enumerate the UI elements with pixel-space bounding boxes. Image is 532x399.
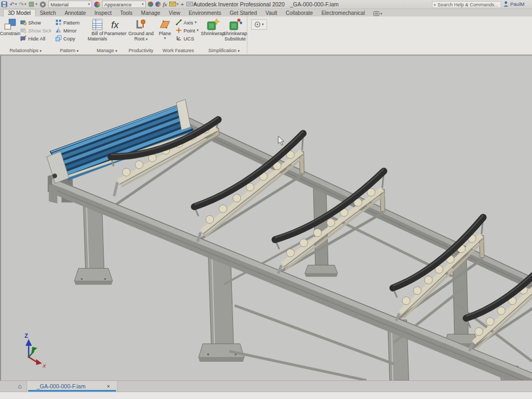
shrinkwrap-substitute-button[interactable]: Shrinkwrap Substitute xyxy=(225,18,246,41)
parameters-quick-button[interactable]: fx xyxy=(163,1,167,8)
document-tab-active[interactable]: _GA-000-000-F.iam × xyxy=(27,381,118,392)
panel-label-productivity[interactable]: Productivity xyxy=(127,48,155,53)
bill-of-materials-icon xyxy=(91,18,104,31)
adjust-appearance-button[interactable] xyxy=(148,1,153,8)
mirror-label: Mirror xyxy=(63,28,77,34)
bill-of-materials-button[interactable]: Bill of Materials xyxy=(88,18,106,41)
tab-inspect[interactable]: Inspect xyxy=(90,10,115,16)
plane-button[interactable]: Plane ▾ xyxy=(156,18,173,40)
show-sick-icon xyxy=(20,27,27,34)
axis-icon xyxy=(176,19,182,26)
pattern-button[interactable]: Pattern xyxy=(55,19,80,26)
plane-icon xyxy=(159,18,171,31)
search-input[interactable]: ▸ Search Help & Commands... xyxy=(432,1,501,8)
point-button[interactable]: Point▾ xyxy=(176,27,198,34)
search-icon: ▸ xyxy=(434,3,436,7)
mailbox-button[interactable]: ▾ xyxy=(169,1,179,8)
appearance-value: Appearance xyxy=(104,2,131,7)
ucs-label: UCS xyxy=(184,36,194,41)
tab-vault[interactable]: Vault xyxy=(261,10,281,16)
tab-collaborate[interactable]: Collaborate xyxy=(281,10,317,16)
ground-and-root-icon xyxy=(135,18,147,31)
panel-label-simplification[interactable]: Simplification ▾ xyxy=(201,48,247,53)
ribbon-box-icon xyxy=(373,11,379,16)
show-button[interactable]: Show xyxy=(20,19,52,26)
undo-button[interactable]: ↶▾ xyxy=(10,1,17,8)
redo-icon: ↷ xyxy=(19,2,24,7)
conveyor-assembly-model: Z X xyxy=(1,56,532,380)
axis-label: Axis xyxy=(184,20,193,26)
appearance-ball-2-icon xyxy=(155,2,161,7)
show-sick-label: Show Sick xyxy=(28,28,52,34)
document-tab-label: _GA-000-000-F.iam xyxy=(37,383,86,389)
add-button[interactable]: + xyxy=(180,1,184,8)
shrinkwrap-button[interactable]: Shrinkwrap xyxy=(202,18,223,37)
material-value: Material xyxy=(51,2,69,7)
tab-electromechanical[interactable]: Electromechanical xyxy=(317,10,369,16)
model-viewport[interactable]: Z X xyxy=(0,55,532,380)
panel-label-pattern[interactable]: Pattern ▾ xyxy=(51,48,87,53)
copy-icon xyxy=(55,35,62,41)
screen-button[interactable]: ▾ xyxy=(186,1,196,8)
tab-sketch[interactable]: Sketch xyxy=(36,10,61,16)
parameters-fx-icon: fx xyxy=(110,18,123,31)
constrain-label: Constrain xyxy=(0,31,20,37)
show-label: Show xyxy=(28,20,41,26)
color-wheel-button[interactable] xyxy=(94,1,100,8)
tab-annotate[interactable]: Annotate xyxy=(60,10,90,16)
update-icon xyxy=(28,1,35,7)
tab-tools[interactable]: Tools xyxy=(116,10,137,16)
axis-button[interactable]: Axis▾ xyxy=(176,19,198,26)
hide-all-label: Hide All xyxy=(28,36,45,41)
panel-label-relationships[interactable]: Relationships ▾ xyxy=(0,48,51,53)
tab-view[interactable]: View xyxy=(164,10,185,16)
shrinkwrap-substitute-label: Shrinkwrap Substitute xyxy=(223,31,247,41)
hide-all-button[interactable]: Hide All xyxy=(20,35,52,41)
ucs-button[interactable]: UCS xyxy=(176,35,198,41)
panel-pattern: Pattern Mirror Copy Pattern ▾ xyxy=(51,16,88,53)
material-browser-button[interactable] xyxy=(39,1,46,8)
svg-text:fx: fx xyxy=(111,20,119,30)
mailbox-icon xyxy=(169,2,176,7)
app-title: Autodesk Inventor Professional 2020 xyxy=(193,1,285,7)
mouse-cursor xyxy=(278,136,284,145)
constrain-icon xyxy=(4,18,16,31)
panel-simplification: Shrinkwrap Shrinkwrap Substitute Simplif… xyxy=(201,16,247,53)
ribbon-display-options-button[interactable]: ▾ xyxy=(373,11,383,16)
parameters-button[interactable]: fx Parameters xyxy=(107,18,126,37)
show-icon xyxy=(20,19,27,26)
ground-and-root-label: Ground and Root xyxy=(128,31,154,41)
home-button[interactable]: ⌂ xyxy=(13,381,27,392)
copy-button[interactable]: Copy xyxy=(55,35,80,41)
appearance-dropdown[interactable]: Appearance▾ xyxy=(102,1,146,8)
tab-environments[interactable]: Environments xyxy=(185,10,226,16)
tab-manage[interactable]: Manage xyxy=(137,10,164,16)
material-dropdown[interactable]: Material▾ xyxy=(48,1,92,8)
update-button[interactable]: ▾ xyxy=(28,1,37,8)
constrain-button[interactable]: Constrain xyxy=(1,18,20,37)
user-account-button[interactable]: PaulM xyxy=(503,1,532,7)
pattern-label: Pattern xyxy=(63,20,80,26)
show-sick-button[interactable]: Show Sick xyxy=(20,27,52,34)
user-icon xyxy=(503,1,509,7)
convert-circle-icon xyxy=(254,21,261,28)
tab-close-icon[interactable]: × xyxy=(107,384,110,389)
ground-and-root-button[interactable]: Ground and Root ▾ xyxy=(128,18,154,41)
adjust-appearance-2-button[interactable] xyxy=(155,1,161,8)
tab-get-started[interactable]: Get Started xyxy=(226,10,261,16)
mirror-icon xyxy=(55,27,62,34)
copy-label: Copy xyxy=(63,36,75,41)
mirror-button[interactable]: Mirror xyxy=(55,27,80,34)
pattern-icon xyxy=(55,19,62,26)
ribbon: Constrain Show Show Sick Hide All Relati… xyxy=(0,16,532,55)
user-name: PaulM xyxy=(510,1,525,7)
panel-manage: Bill of Materials fx Parameters Manage ▾ xyxy=(87,16,127,53)
save-icon[interactable] xyxy=(1,1,7,8)
status-bar xyxy=(0,392,532,399)
convert-options-button[interactable]: ▾ xyxy=(251,19,267,30)
panel-label-work-features[interactable]: Work Features xyxy=(155,48,201,53)
panel-label-manage[interactable]: Manage ▾ xyxy=(87,48,127,53)
tab-3d-model[interactable]: 3D Model xyxy=(3,9,36,16)
point-label: Point xyxy=(184,28,195,34)
redo-button[interactable]: ↷▾ xyxy=(19,1,27,8)
